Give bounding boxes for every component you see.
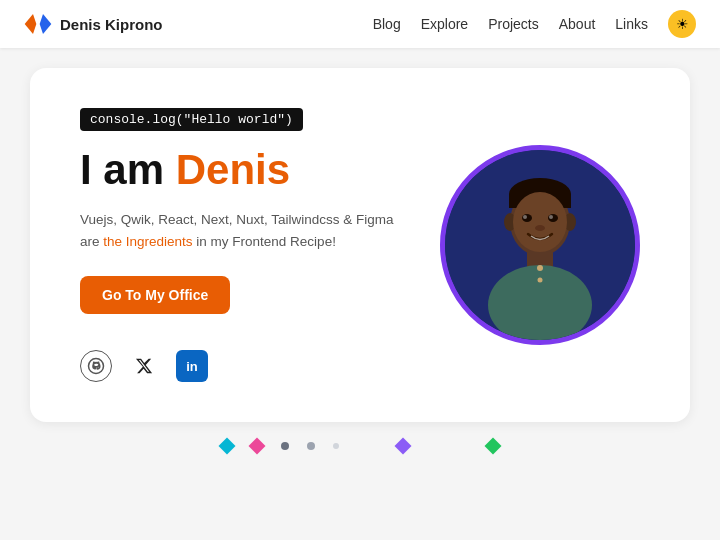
hero-title-prefix: I am — [80, 146, 176, 193]
svg-marker-0 — [25, 14, 37, 34]
hero-left: console.log("Hello world") I am Denis Vu… — [80, 108, 400, 382]
hero-right — [440, 145, 640, 345]
nav: Blog Explore Projects About Links ☀ — [373, 10, 696, 38]
hero-title-accent: Denis — [176, 146, 290, 193]
linkedin-icon[interactable]: in — [176, 350, 208, 382]
logo-area: Denis Kiprono — [24, 14, 163, 34]
dot-gray — [281, 442, 289, 450]
bottom-dots — [30, 440, 690, 452]
github-icon[interactable] — [80, 350, 112, 382]
linkedin-label: in — [186, 359, 198, 374]
nav-links[interactable]: Links — [615, 16, 648, 32]
dot-cyan — [219, 438, 236, 455]
hero-description: Vuejs, Qwik, React, Next, Nuxt, Tailwind… — [80, 209, 400, 252]
nav-explore[interactable]: Explore — [421, 16, 468, 32]
svg-point-16 — [523, 215, 527, 219]
hero-desc-highlight: the Ingredients — [103, 234, 192, 249]
social-icons: in — [80, 350, 400, 382]
logo-icon — [24, 14, 52, 34]
code-label: console.log("Hello world") — [80, 108, 303, 131]
svg-point-18 — [535, 225, 545, 231]
hero-desc-suffix: in my Frontend Recipe! — [193, 234, 336, 249]
cta-button[interactable]: Go To My Office — [80, 276, 230, 314]
nav-projects[interactable]: Projects — [488, 16, 539, 32]
svg-point-2 — [89, 359, 104, 374]
svg-point-13 — [513, 192, 567, 252]
nav-blog[interactable]: Blog — [373, 16, 401, 32]
main-content: console.log("Hello world") I am Denis Vu… — [0, 48, 720, 540]
svg-point-8 — [538, 278, 543, 283]
nav-about[interactable]: About — [559, 16, 596, 32]
avatar-image — [445, 150, 635, 340]
dot-pink — [249, 438, 266, 455]
dot-light — [333, 443, 339, 449]
avatar — [440, 145, 640, 345]
svg-marker-1 — [40, 14, 52, 34]
dot-gray2 — [307, 442, 315, 450]
hero-card: console.log("Hello world") I am Denis Vu… — [30, 68, 690, 422]
logo-name: Denis Kiprono — [60, 16, 163, 33]
twitter-x-icon[interactable] — [128, 350, 160, 382]
theme-toggle-button[interactable]: ☀ — [668, 10, 696, 38]
header: Denis Kiprono Blog Explore Projects Abou… — [0, 0, 720, 48]
svg-point-7 — [537, 265, 543, 271]
dot-purple — [395, 438, 412, 455]
hero-title: I am Denis — [80, 147, 400, 193]
dot-green — [485, 438, 502, 455]
svg-point-17 — [549, 215, 553, 219]
